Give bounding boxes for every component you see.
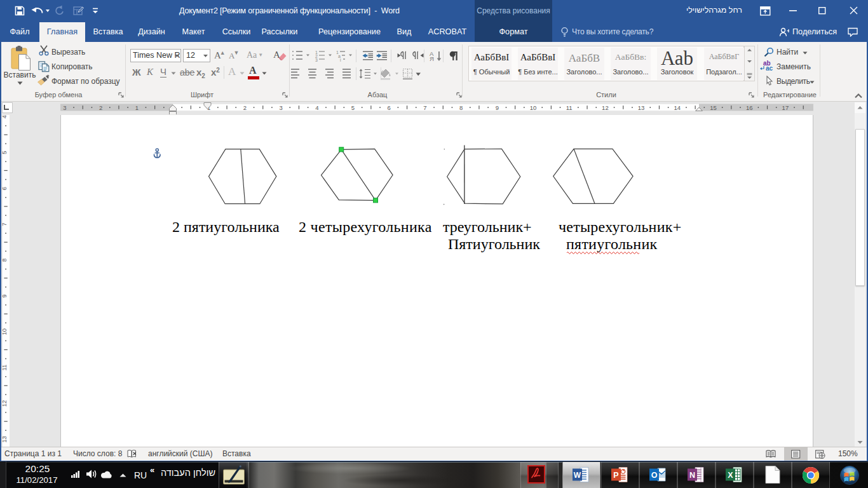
svg-text:X: X (728, 471, 733, 480)
svg-text:O: O (651, 471, 658, 480)
svg-text:W: W (574, 471, 581, 480)
svg-text:N: N (689, 471, 695, 480)
svg-text:P: P (613, 471, 618, 480)
